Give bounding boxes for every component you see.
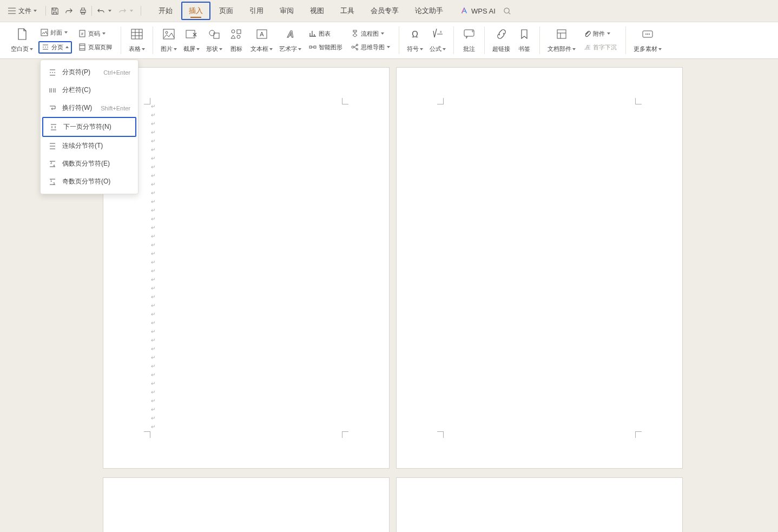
flowchart-label: 流程图 [361, 30, 379, 38]
icon-button[interactable]: 图标 [226, 25, 247, 55]
chevron-down-icon[interactable] [108, 10, 111, 12]
hyperlink-label: 超链接 [492, 45, 510, 53]
mindmap-button[interactable]: 思维导图 [349, 42, 392, 52]
tab-start[interactable]: 开始 [151, 2, 180, 20]
page-3[interactable] [103, 477, 390, 532]
separator [91, 6, 92, 16]
page-break-button[interactable]: 分页 [38, 41, 72, 54]
mindmap-icon [351, 43, 359, 51]
svg-text:Ω: Ω [412, 30, 418, 39]
title-bar: 文件 开始 插入 页面 引用 审阅 视图 工具 会员专享 论文助手 WPS AI [0, 0, 778, 22]
bookmark-button[interactable]: 书签 [513, 25, 535, 55]
chevron-down-icon [420, 48, 423, 50]
equation-label: 公式 [430, 45, 441, 53]
svg-rect-9 [163, 29, 174, 39]
separator [141, 6, 141, 16]
chevron-up-icon [65, 46, 69, 48]
section-odd-icon: 13 [48, 178, 57, 186]
chevron-down-icon [196, 48, 200, 50]
tab-tools[interactable]: 工具 [333, 2, 362, 20]
equation-button[interactable]: x 公式 [426, 25, 449, 55]
redo-icon[interactable] [118, 6, 127, 15]
doc-parts-label: 文档部件 [548, 45, 571, 53]
tab-review[interactable]: 审阅 [272, 2, 301, 20]
svg-text:1: 1 [50, 179, 52, 182]
page-break-icon [42, 43, 49, 51]
page-number-button[interactable]: # 页码 [76, 29, 114, 39]
menu-item-column-break[interactable]: 分栏符(C) [41, 81, 138, 99]
cover-button[interactable]: 封面 [38, 28, 72, 38]
wordart-button[interactable]: A 艺术字 [276, 25, 305, 55]
screenshot-button[interactable]: 截屏 [180, 25, 203, 55]
chevron-down-icon [174, 48, 177, 50]
menu-shortcut: Ctrl+Enter [103, 69, 130, 76]
menu-item-even-section[interactable]: 24 偶数页分节符(E) [41, 155, 138, 173]
svg-text:A: A [260, 31, 264, 37]
smart-graphic-button[interactable]: 智能图形 [307, 42, 345, 52]
tab-paper[interactable]: 论文助手 [407, 2, 451, 20]
dropcap-button[interactable]: A 首字下沉 [581, 42, 619, 52]
shapes-icon [208, 28, 220, 41]
symbol-button[interactable]: Ω 符号 [404, 25, 426, 55]
menu-item-page-break[interactable]: 分页符(P) Ctrl+Enter [41, 63, 138, 81]
doc-parts-button[interactable]: 文档部件 [544, 25, 579, 55]
menu-item-odd-section[interactable]: 13 奇数页分节符(O) [41, 173, 138, 191]
chevron-down-icon [269, 48, 273, 50]
section-even-icon: 24 [48, 160, 57, 168]
svg-rect-20 [309, 46, 312, 48]
blank-page-button[interactable]: 空白页 [8, 25, 36, 55]
picture-button[interactable]: 图片 [157, 25, 180, 55]
chart-button[interactable]: 图表 [307, 29, 345, 39]
print-icon[interactable] [78, 6, 87, 15]
tab-member[interactable]: 会员专享 [363, 2, 406, 20]
dropcap-icon: A [583, 43, 591, 51]
wps-ai-button[interactable]: WPS AI [460, 7, 496, 15]
file-menu-button[interactable]: 文件 [3, 4, 41, 18]
undo-icon[interactable] [96, 6, 105, 15]
menu-item-line-break[interactable]: 换行符(W) Shift+Enter [41, 99, 138, 117]
svg-text:#: # [81, 32, 83, 36]
more-material-button[interactable]: 更多素材 [630, 25, 665, 55]
header-footer-button[interactable]: 页眉页脚 [76, 42, 114, 52]
share-icon[interactable] [64, 6, 73, 15]
svg-point-10 [166, 31, 168, 34]
attachment-label: 附件 [593, 30, 605, 38]
save-icon[interactable] [50, 6, 59, 15]
page-2[interactable] [396, 67, 683, 469]
table-button[interactable]: 表格 [126, 25, 148, 55]
menu-item-continuous-section[interactable]: 连续分节符(T) [41, 137, 138, 155]
svg-point-35 [649, 34, 650, 35]
smart-graphic-label: 智能图形 [319, 43, 342, 51]
tab-page[interactable]: 页面 [212, 2, 241, 20]
crop-mark [437, 431, 444, 438]
comment-button[interactable]: + 批注 [458, 25, 480, 55]
shapes-button[interactable]: 形状 [203, 25, 226, 55]
page-1[interactable]: ↵↵↵↵↵↵↵↵↵↵↵↵↵↵↵↵↵↵↵↵↵↵↵↵↵↵↵↵↵↵↵↵↵↵↵↵↵↵ [103, 67, 390, 469]
textbox-button[interactable]: A 文本框 [247, 25, 276, 55]
page-break-icon [48, 68, 57, 77]
svg-point-16 [237, 35, 240, 38]
picture-icon [163, 28, 175, 41]
tab-reference[interactable]: 引用 [242, 2, 271, 20]
menu-item-next-page-section[interactable]: 下一页分节符(N) [42, 117, 136, 137]
svg-text:+: + [471, 29, 474, 34]
flowchart-button[interactable]: 流程图 [349, 29, 392, 39]
hyperlink-button[interactable]: 超链接 [489, 25, 513, 55]
cover-label: 封面 [50, 29, 62, 37]
page-number-icon: # [78, 30, 86, 37]
crop-mark [437, 98, 444, 104]
menu-label: 下一页分节符(N) [63, 122, 129, 132]
tab-view[interactable]: 视图 [302, 2, 332, 20]
tab-insert[interactable]: 插入 [181, 2, 210, 20]
search-icon[interactable] [503, 6, 512, 15]
attachment-button[interactable]: 附件 [581, 29, 619, 39]
chevron-down-icon [298, 48, 301, 50]
crop-mark [144, 98, 150, 104]
bookmark-icon [518, 28, 530, 41]
page-4[interactable] [396, 477, 683, 532]
chevron-down-icon [443, 48, 446, 50]
svg-rect-15 [237, 30, 241, 34]
mindmap-label: 思维导图 [361, 43, 385, 51]
menu-label: 分栏符(C) [62, 86, 130, 95]
chevron-down-icon[interactable] [130, 10, 133, 12]
